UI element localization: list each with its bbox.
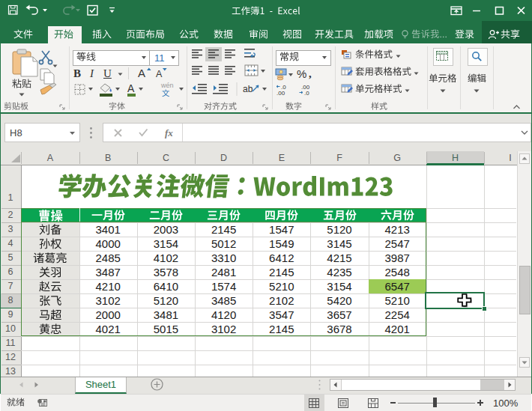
svg-text:.0: .0 [304,90,309,97]
svg-text:.00: .00 [276,90,285,97]
svg-text:%: % [297,67,306,80]
svg-text:fx: fx [165,127,173,138]
svg-text:A: A [127,82,135,94]
svg-text:wén: wén [160,82,174,89]
svg-text:ab: ab [243,84,253,94]
svg-text:A: A [138,67,145,79]
svg-text:,: , [309,67,312,79]
svg-text:A: A [156,69,163,79]
